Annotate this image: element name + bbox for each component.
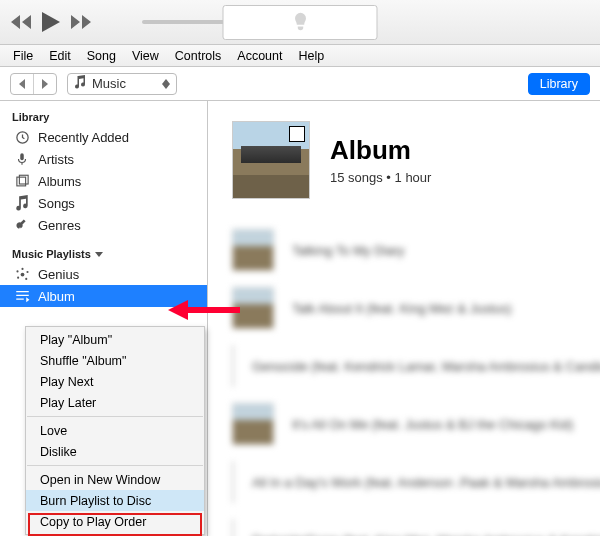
menu-edit[interactable]: Edit <box>42 49 78 63</box>
svg-point-6 <box>21 267 23 269</box>
menu-help[interactable]: Help <box>292 49 332 63</box>
clock-icon <box>14 129 30 145</box>
playback-bar <box>0 0 600 45</box>
sidebar-item-label: Recently Added <box>38 130 129 145</box>
sidebar-item-label: Albums <box>38 174 81 189</box>
track-row[interactable]: Talking To My Diary <box>232 229 600 271</box>
svg-point-9 <box>17 276 19 278</box>
sidebar-item-label: Genres <box>38 218 81 233</box>
album-title: Album <box>330 135 431 166</box>
chevron-down-icon <box>95 252 103 257</box>
track-art <box>232 287 274 329</box>
source-selector[interactable]: Music <box>67 73 177 95</box>
track-art <box>232 345 234 387</box>
content-area: Album 15 songs • 1 hour Talking To My Di… <box>208 101 600 536</box>
library-button-label: Library <box>540 77 578 91</box>
sidebar-item-songs[interactable]: Songs <box>0 192 207 214</box>
mic-icon <box>14 151 30 167</box>
genius-icon <box>14 266 30 282</box>
menu-bar: FileEditSongViewControlsAccountHelp <box>0 45 600 67</box>
track-title: It's All On Me (feat. Justus & BJ the Ch… <box>292 417 573 432</box>
sidebar-item-label: Artists <box>38 152 74 167</box>
track-art <box>232 519 234 536</box>
prev-button[interactable] <box>8 9 34 35</box>
sidebar-item-label: Album <box>38 289 75 304</box>
ctxmenu-open-in-new-window[interactable]: Open in New Window <box>26 469 204 490</box>
svg-point-4 <box>19 227 21 229</box>
svg-rect-1 <box>20 153 24 160</box>
sidebar-item-label: Songs <box>38 196 75 211</box>
playlists-header-label: Music Playlists <box>12 248 91 260</box>
lcd-display <box>223 5 378 40</box>
play-button[interactable] <box>34 5 68 39</box>
nav-segment <box>10 73 57 95</box>
playlist-icon <box>14 288 30 304</box>
menu-account[interactable]: Account <box>230 49 289 63</box>
track-row[interactable]: Talk About It (feat. King Mez & Justus) <box>232 287 600 329</box>
sidebar-item-genius[interactable]: Genius <box>0 263 207 285</box>
svg-point-7 <box>26 270 28 272</box>
svg-point-5 <box>20 272 24 276</box>
ctxmenu-shuffle-album[interactable]: Shuffle "Album" <box>26 350 204 371</box>
sidebar-item-label: Genius <box>38 267 79 282</box>
track-title: Talk About It (feat. King Mez & Justus) <box>292 301 512 316</box>
svg-point-10 <box>16 270 18 272</box>
ctxmenu-play-later[interactable]: Play Later <box>26 392 204 413</box>
sidebar-group-playlists[interactable]: Music Playlists <box>0 244 207 263</box>
sidebar-item-albums[interactable]: Albums <box>0 170 207 192</box>
menu-file[interactable]: File <box>6 49 40 63</box>
track-title: Darkside/Gone (feat. King Mez, Marsha Am… <box>252 533 600 537</box>
chevron-updown-icon <box>162 79 170 89</box>
next-button[interactable] <box>68 9 94 35</box>
album-cover[interactable] <box>232 121 310 199</box>
ctxmenu-play-album[interactable]: Play "Album" <box>26 329 204 350</box>
guitar-icon <box>14 217 30 233</box>
album-icon <box>14 173 30 189</box>
ctxmenu-play-next[interactable]: Play Next <box>26 371 204 392</box>
sidebar-item-album[interactable]: Album <box>0 285 207 307</box>
track-art <box>232 461 234 503</box>
ctxmenu-dislike[interactable]: Dislike <box>26 441 204 462</box>
library-button[interactable]: Library <box>528 73 590 95</box>
toolbar: Music Library <box>0 67 600 101</box>
nav-forward-button[interactable] <box>33 74 56 94</box>
track-title: Genocide (feat. Kendrick Lamar, Marsha A… <box>252 359 600 374</box>
context-menu: Play "Album"Shuffle "Album"Play NextPlay… <box>25 326 205 535</box>
sidebar-item-genres[interactable]: Genres <box>0 214 207 236</box>
note-icon <box>14 195 30 211</box>
ctxmenu-love[interactable]: Love <box>26 420 204 441</box>
track-title: Talking To My Diary <box>292 243 404 258</box>
menu-view[interactable]: View <box>125 49 166 63</box>
track-row[interactable]: Darkside/Gone (feat. King Mez, Marsha Am… <box>232 519 600 536</box>
sidebar-group-library: Library <box>0 107 207 126</box>
track-row[interactable]: Genocide (feat. Kendrick Lamar, Marsha A… <box>232 345 600 387</box>
track-row[interactable]: All In a Day's Work (feat. Anderson .Paa… <box>232 461 600 503</box>
album-subtitle: 15 songs • 1 hour <box>330 170 431 185</box>
nav-back-button[interactable] <box>11 74 33 94</box>
svg-point-8 <box>25 277 27 279</box>
source-label: Music <box>92 76 126 91</box>
note-icon <box>74 75 86 92</box>
ctxmenu-burn-playlist-to-disc[interactable]: Burn Playlist to Disc <box>26 490 204 511</box>
menu-controls[interactable]: Controls <box>168 49 229 63</box>
track-art <box>232 229 274 271</box>
track-row[interactable]: It's All On Me (feat. Justus & BJ the Ch… <box>232 403 600 445</box>
ctxmenu-copy-to-play-order[interactable]: Copy to Play Order <box>26 511 204 532</box>
track-title: All In a Day's Work (feat. Anderson .Paa… <box>252 475 600 490</box>
sidebar-item-artists[interactable]: Artists <box>0 148 207 170</box>
sidebar-item-recently-added[interactable]: Recently Added <box>0 126 207 148</box>
track-list: Talking To My DiaryTalk About It (feat. … <box>232 229 600 536</box>
track-art <box>232 403 274 445</box>
menu-song[interactable]: Song <box>80 49 123 63</box>
